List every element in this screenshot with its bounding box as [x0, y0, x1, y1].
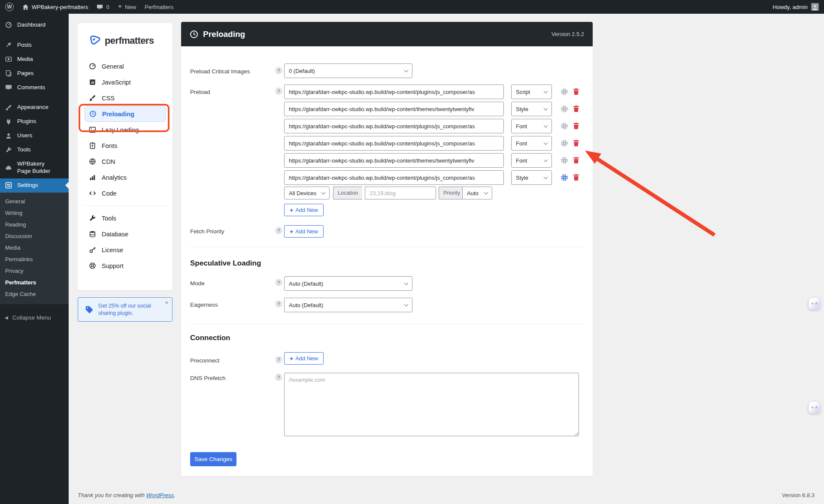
chevron-down-icon [544, 175, 548, 179]
pm-tab-cdn[interactable]: CDN [78, 154, 173, 169]
location-input[interactable] [365, 187, 436, 199]
pm-tab-license[interactable]: License [78, 242, 173, 258]
add-new-label: Add New [295, 207, 318, 213]
preload-url-input[interactable] [284, 170, 504, 185]
preload-type-select[interactable]: Script [511, 85, 552, 99]
sidebar-item-users[interactable]: Users [0, 129, 69, 143]
delete-row-trash-icon[interactable] [572, 88, 581, 96]
pm-tab-css[interactable]: CSS [78, 90, 173, 106]
preload-type-select[interactable]: Style [511, 170, 552, 185]
preload-type-select[interactable]: Font [511, 136, 552, 151]
pm-tab-lazy-loading[interactable]: Lazy Loading [78, 122, 173, 138]
browser-widget-button[interactable]: >_< [809, 401, 820, 413]
preconnect-add-new-button[interactable]: + Add New [284, 352, 324, 365]
help-icon[interactable]: ? [275, 356, 282, 363]
comments-icon [5, 84, 12, 91]
pm-tab-fonts[interactable]: Fonts [78, 138, 173, 154]
pm-tab-database[interactable]: Database [78, 226, 173, 242]
preload-url-input[interactable] [284, 102, 504, 116]
wp-admin-bar: W WPBakery-perfmatters 0 + New Perfmatte… [0, 0, 824, 14]
priority-select[interactable]: Auto [462, 187, 492, 199]
pm-tab-javascript[interactable]: JS JavaScript [78, 74, 173, 90]
help-icon[interactable]: ? [275, 67, 282, 74]
fetch-priority-add-new-button[interactable]: + Add New [284, 225, 324, 238]
pm-tab-preloading[interactable]: Preloading [85, 106, 166, 122]
submenu-item-edge-cache[interactable]: Edge Cache [0, 288, 69, 300]
row-settings-gear-icon[interactable] [560, 156, 569, 165]
device-select[interactable]: All Devices [284, 187, 330, 199]
site-link[interactable]: WPBakery-perfmatters [22, 4, 88, 10]
delete-row-trash-icon[interactable] [572, 122, 581, 130]
pm-tab-general[interactable]: General [78, 58, 173, 74]
sidebar-item-label: Users [17, 132, 32, 139]
row-settings-gear-icon-active[interactable] [560, 173, 569, 182]
submenu-item-writing[interactable]: Writing [0, 207, 69, 219]
pushpin-icon [5, 42, 12, 48]
help-icon[interactable]: ? [275, 374, 282, 381]
pm-tab-label: License [102, 247, 123, 254]
preload-url-input[interactable] [284, 153, 504, 168]
help-icon[interactable]: ? [275, 300, 282, 308]
pm-tab-code[interactable]: Code [78, 185, 173, 201]
row-settings-gear-icon[interactable] [560, 105, 569, 113]
avatar [811, 3, 819, 11]
delete-row-trash-icon[interactable] [572, 173, 581, 182]
submenu-item-discussion[interactable]: Discussion [0, 230, 69, 242]
preload-url-input[interactable] [284, 119, 504, 133]
wordpress-menu[interactable]: W [5, 3, 14, 11]
sidebar-item-media[interactable]: Media [0, 52, 69, 66]
submenu-item-permalinks[interactable]: Permalinks [0, 254, 69, 265]
mode-select[interactable]: Auto (Default) [284, 276, 412, 291]
preload-type-select[interactable]: Font [511, 119, 552, 133]
delete-row-trash-icon[interactable] [572, 105, 581, 113]
pm-tab-tools[interactable]: Tools [78, 210, 173, 226]
sidebar-item-pages[interactable]: Pages [0, 66, 69, 81]
preload-type-select[interactable]: Font [511, 153, 552, 168]
row-settings-gear-icon[interactable] [560, 88, 569, 96]
submenu-item-perfmatters[interactable]: Perfmatters [0, 277, 69, 288]
preload-add-new-button[interactable]: + Add New [284, 204, 324, 216]
comments-shortcut[interactable]: 0 [97, 4, 109, 10]
pm-tab-analytics[interactable]: Analytics [78, 169, 173, 185]
sidebar-item-comments[interactable]: Comments [0, 81, 69, 95]
sidebar-item-plugins[interactable]: Plugins [0, 115, 69, 129]
chevron-down-icon [544, 158, 548, 162]
preload-url-input[interactable] [284, 85, 504, 99]
preload-url-input[interactable] [284, 136, 504, 151]
sidebar-item-dashboard[interactable]: Dashboard [0, 18, 69, 32]
dns-prefetch-label: DNS Prefetch [190, 375, 226, 381]
submenu-item-media[interactable]: Media [0, 242, 69, 254]
sidebar-item-posts[interactable]: Posts [0, 38, 69, 52]
sidebar-item-settings[interactable]: Settings [0, 178, 69, 193]
submenu-item-privacy[interactable]: Privacy [0, 265, 69, 277]
preload-type-select[interactable]: Style [511, 102, 552, 116]
perfmatters-toolbar-link[interactable]: Perfmatters [145, 4, 173, 10]
save-changes-button[interactable]: Save Changes [190, 452, 236, 466]
help-icon[interactable]: ? [275, 279, 282, 286]
sidebar-item-appearance[interactable]: Appearance [0, 100, 69, 115]
submenu-item-general[interactable]: General [0, 196, 69, 207]
eagerness-select[interactable]: Auto (Default) [284, 298, 412, 312]
new-content-menu[interactable]: + New [118, 4, 136, 10]
browser-widget-button[interactable]: >_< [809, 298, 820, 309]
account-menu[interactable]: Howdy, admin [773, 3, 819, 11]
sidebar-item-wpbakery[interactable]: WPBakery Page Builder [0, 157, 69, 178]
gauge-icon [89, 63, 96, 70]
preload-critical-images-select[interactable]: 0 (Default) [284, 63, 412, 78]
collapse-menu-button[interactable]: ◀ Collapse Menu [0, 310, 69, 325]
dns-prefetch-textarea[interactable] [284, 373, 579, 436]
chevron-down-icon [484, 190, 488, 195]
perfmatters-nav-card: perfmatters General JS JavaScript CSS Pr… [78, 23, 173, 290]
row-settings-gear-icon[interactable] [560, 139, 569, 148]
delete-row-trash-icon[interactable] [572, 156, 581, 165]
row-settings-gear-icon[interactable] [560, 122, 569, 130]
close-icon[interactable]: × [165, 299, 168, 306]
promo-banner[interactable]: Get 25% off our social sharing plugin. × [78, 297, 173, 322]
sidebar-item-tools[interactable]: Tools [0, 143, 69, 157]
submenu-item-reading[interactable]: Reading [0, 219, 69, 230]
help-icon[interactable]: ? [275, 88, 282, 95]
pm-tab-support[interactable]: Support [78, 258, 173, 274]
delete-row-trash-icon[interactable] [572, 139, 581, 148]
help-icon[interactable]: ? [275, 227, 282, 234]
wordpress-link[interactable]: WordPress [146, 492, 174, 498]
